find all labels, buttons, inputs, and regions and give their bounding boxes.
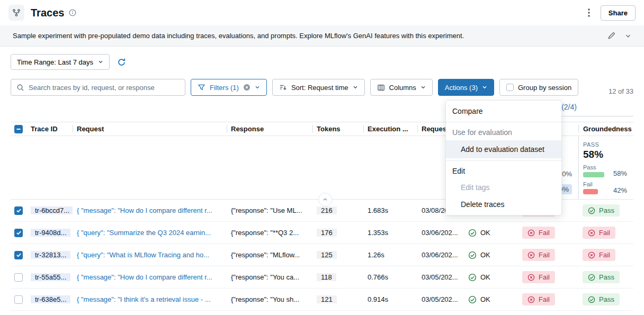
menu-item-compare[interactable]: Compare (446, 103, 561, 120)
row-checkbox[interactable] (14, 251, 23, 259)
filters-label: Filters (1) (210, 84, 239, 92)
groundedness-badge[interactable]: Pass (583, 293, 620, 305)
groundedness-badge[interactable]: Fail (583, 227, 615, 239)
kebab-menu-icon[interactable] (582, 5, 596, 20)
time-range-label: Time Range: Last 7 days (17, 58, 93, 66)
tokens-value: 125 (317, 251, 337, 259)
info-icon[interactable] (69, 9, 76, 16)
page-header: Traces Share (0, 0, 644, 25)
group-by-session-checkbox[interactable] (506, 84, 514, 91)
sort-descending-icon (279, 84, 287, 92)
chevron-down-icon (421, 85, 426, 90)
col-header-request[interactable]: Request (73, 125, 227, 133)
col-header-tokens[interactable]: Tokens (312, 125, 363, 133)
trace-id-link[interactable]: tr-55a55... (31, 273, 70, 281)
request-link[interactable]: { "message": "How do I compare different… (77, 206, 212, 214)
traces-toolbar: Filters (1) Sort: Request time Columns A… (11, 79, 633, 96)
table-row[interactable]: tr-32813... { "query": "What is MLflow T… (11, 244, 633, 266)
row-checkbox[interactable] (14, 273, 23, 282)
groundedness-badge[interactable]: Pass (583, 271, 620, 283)
request-time: 03/06/202... (417, 229, 461, 237)
col-header-groundedness[interactable]: Groundedness (578, 125, 633, 133)
columns-label: Columns (389, 84, 416, 92)
groundedness-pass-bar[interactable] (583, 172, 604, 177)
share-button[interactable]: Share (601, 5, 636, 21)
col-header-execution[interactable]: Execution ... (363, 125, 417, 133)
menu-group-edit: Edit (446, 163, 561, 179)
circle-x-icon (527, 274, 535, 281)
table-row[interactable]: tr-9408d... { "query": "Summarize the Q3… (11, 222, 633, 244)
select-all-checkbox[interactable] (14, 125, 23, 133)
execution-time: 0.766s (363, 273, 417, 281)
group-by-session-toggle[interactable]: Group by session (499, 79, 578, 96)
request-link[interactable]: { "query": "What is MLflow Tracing and h… (77, 251, 209, 259)
circle-check-icon (588, 274, 595, 281)
groundedness-overall-value: 58% (583, 149, 627, 160)
experiment-description-banner: Sample experiment with pre-populated dem… (0, 25, 644, 47)
col-header-response[interactable]: Response (227, 125, 312, 133)
actions-button[interactable]: Actions (3) (438, 79, 494, 96)
response-cell: {"response": "**Q3 2... (227, 229, 312, 237)
time-range-dropdown[interactable]: Time Range: Last 7 days (11, 54, 110, 70)
collapse-summary-button[interactable] (318, 193, 332, 206)
menu-item-delete-traces[interactable]: Delete traces (446, 196, 561, 213)
x-circle-icon[interactable] (243, 84, 251, 91)
groundedness-badge[interactable]: Pass (583, 204, 620, 217)
circle-check-icon (588, 296, 595, 303)
groundedness-summary: PASS 58% Pass 58% Fail 42% (579, 136, 633, 194)
row-checkbox[interactable] (14, 229, 23, 237)
circle-x-icon (588, 251, 595, 259)
circle-check-icon (588, 207, 595, 214)
trace-id-link[interactable]: tr-9408d... (31, 229, 70, 237)
assessment-badge[interactable]: Fail (522, 227, 555, 239)
chevron-up-icon (323, 197, 328, 202)
menu-divider (446, 160, 561, 161)
trace-id-link[interactable]: tr-6bccd7... (31, 206, 73, 214)
groundedness-pass-label: Pass (583, 164, 604, 170)
state-value: OK (480, 229, 490, 237)
request-link[interactable]: { "message": "How do I compare different… (77, 273, 212, 281)
circle-x-icon (527, 296, 535, 303)
table-row[interactable]: tr-55a55... { "message": "How do I compa… (11, 266, 633, 289)
search-input[interactable] (29, 84, 180, 92)
col-header-trace-id[interactable]: Trace ID (26, 125, 73, 133)
request-link[interactable]: { "message": "I think it's a retrieval i… (77, 295, 211, 303)
response-cell: {"response": "You sh... (227, 295, 312, 303)
row-checkbox[interactable] (14, 295, 23, 304)
circle-check-icon (468, 295, 477, 304)
request-time: 03/05/202... (417, 295, 461, 303)
chevron-down-icon[interactable] (625, 33, 631, 39)
trace-id-link[interactable]: tr-638e5... (31, 295, 70, 303)
row-checkbox[interactable] (14, 206, 23, 215)
group-by-session-label: Group by session (518, 84, 571, 92)
menu-item-add-to-evaluation-dataset[interactable]: Add to evaluation dataset (446, 140, 561, 158)
experiment-description: Sample experiment with pre-populated dem… (13, 32, 598, 40)
assessments-count: (2/4) (561, 103, 577, 111)
sort-button[interactable]: Sort: Request time (272, 79, 365, 96)
refresh-icon[interactable] (117, 58, 126, 67)
trace-graph-icon (8, 5, 24, 21)
menu-item-edit-tags[interactable]: Edit tags (446, 179, 561, 196)
circle-x-icon (527, 251, 535, 259)
pencil-icon[interactable] (607, 32, 615, 40)
groundedness-fail-bar[interactable] (583, 189, 598, 194)
chevron-down-icon (482, 85, 487, 90)
actions-label: Actions (3) (445, 84, 478, 92)
assessment-badge[interactable]: Fail (522, 271, 555, 283)
search-box[interactable] (11, 79, 185, 96)
tokens-value: 121 (317, 295, 337, 303)
tokens-value: 216 (317, 206, 337, 214)
assessment-badge[interactable]: Fail (522, 293, 555, 305)
groundedness-pass-value: 58% (613, 169, 627, 177)
filters-button[interactable]: Filters (1) (191, 79, 267, 96)
response-cell: {"response": "Use ML... (227, 206, 312, 214)
columns-button[interactable]: Columns (370, 79, 433, 96)
request-link[interactable]: { "query": "Summarize the Q3 2024 earnin… (77, 229, 211, 237)
groundedness-badge[interactable]: Fail (583, 249, 615, 261)
assessment-badge[interactable]: Fail (522, 249, 555, 261)
groundedness-fail-label: Fail (583, 181, 598, 187)
chevron-down-icon (353, 85, 358, 90)
state-value: OK (480, 295, 490, 303)
table-row[interactable]: tr-638e5... { "message": "I think it's a… (11, 289, 633, 311)
trace-id-link[interactable]: tr-32813... (31, 251, 70, 259)
